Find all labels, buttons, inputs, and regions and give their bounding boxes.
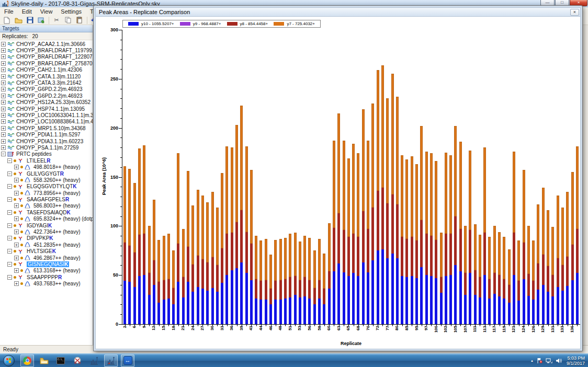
tree-row[interactable]: +451.2835++ (heavy) bbox=[0, 242, 93, 248]
replicate-bar[interactable] bbox=[221, 173, 223, 324]
taskbar-teamviewer-icon[interactable]: ↔ bbox=[121, 354, 134, 367]
replicate-bar[interactable] bbox=[279, 239, 282, 324]
replicate-bar[interactable] bbox=[303, 236, 306, 324]
tree-row[interactable]: +CHOYP_HSP74.1.1|m.13095 bbox=[0, 106, 93, 112]
expand-toggle[interactable]: − bbox=[7, 236, 12, 240]
replicate-bar[interactable] bbox=[163, 236, 165, 324]
tree-row[interactable]: +CHOYP_PDIA3.1.1|m.60223 bbox=[0, 138, 93, 144]
expand-toggle[interactable]: − bbox=[7, 210, 12, 215]
tree-row[interactable]: +695.8324++ (heavy) (dotp 0.71) bbox=[0, 216, 93, 222]
replicate-bar[interactable] bbox=[391, 74, 394, 324]
replicate-bar[interactable] bbox=[435, 161, 437, 324]
action-center-flag-icon[interactable] bbox=[537, 358, 542, 364]
tree-row[interactable]: +498.8018++ (heavy) bbox=[0, 164, 93, 170]
replicate-bar[interactable] bbox=[343, 141, 345, 324]
replicate-bar[interactable] bbox=[449, 155, 452, 324]
replicate-bar[interactable] bbox=[167, 234, 170, 324]
expand-toggle[interactable]: + bbox=[14, 243, 19, 247]
expand-toggle[interactable]: + bbox=[1, 94, 6, 98]
paste-button[interactable] bbox=[74, 16, 85, 25]
expand-toggle[interactable]: + bbox=[1, 100, 6, 105]
expand-toggle[interactable]: + bbox=[1, 145, 6, 150]
tree-row[interactable]: +CHOYP_PDIA1.1.1|m.5297 bbox=[0, 131, 93, 137]
replicate-bar[interactable] bbox=[420, 126, 423, 324]
tree-row[interactable]: +496.2867++ (heavy) bbox=[0, 255, 93, 261]
expand-toggle[interactable]: − bbox=[7, 158, 12, 163]
taskbar-skyline-icon[interactable] bbox=[87, 354, 101, 367]
replicate-bar[interactable] bbox=[269, 255, 272, 324]
cut-button[interactable]: ✂ bbox=[51, 16, 62, 25]
open-button[interactable] bbox=[13, 16, 24, 25]
expand-toggle[interactable]: + bbox=[14, 216, 19, 221]
tree-row[interactable]: −LTILEELR bbox=[0, 157, 93, 164]
tree-row[interactable]: +CHOYP_BRAFLDRAFT_119799.1.1|m.23765 bbox=[0, 47, 93, 53]
replicate-bar[interactable] bbox=[240, 106, 243, 325]
replicate-bar[interactable] bbox=[337, 113, 340, 324]
tree-row[interactable]: +CHOYP_LOC100633041.1.1|m.35428 bbox=[0, 112, 93, 118]
replicate-bar[interactable] bbox=[328, 223, 331, 324]
replicate-bar[interactable] bbox=[274, 240, 277, 324]
replicate-bar[interactable] bbox=[235, 125, 238, 324]
menu-view[interactable]: View bbox=[36, 8, 57, 15]
replicate-bar[interactable] bbox=[289, 234, 291, 324]
replicate-bar[interactable] bbox=[371, 104, 374, 324]
tree-row[interactable]: −GISNEGQNASIK bbox=[0, 261, 93, 267]
replicate-bar[interactable] bbox=[464, 226, 467, 324]
replicate-bar[interactable] bbox=[299, 242, 301, 324]
tree-row[interactable]: +558.3260++ (heavy) bbox=[0, 177, 93, 183]
tree-row[interactable]: +CHOYP_G6PD.2.2|m.46923 bbox=[0, 86, 93, 93]
menu-settings[interactable]: Settings bbox=[56, 8, 86, 15]
replicate-bar[interactable] bbox=[255, 236, 257, 324]
expand-toggle[interactable]: + bbox=[14, 191, 19, 196]
tree-row[interactable]: −GLILVGGYGTR bbox=[0, 170, 93, 177]
replicate-bar[interactable] bbox=[367, 141, 369, 324]
replicate-bar[interactable] bbox=[133, 183, 136, 324]
tree-row[interactable]: +CHOYP_BRAFLDRAFT_122807.1.1|m.3729 bbox=[0, 54, 93, 60]
replicate-bar[interactable] bbox=[401, 155, 403, 324]
tree-row[interactable]: +CHOYP_CAH2.1.1|m.42306 bbox=[0, 67, 93, 73]
replicate-bar[interactable] bbox=[557, 196, 559, 324]
replicate-bar[interactable] bbox=[571, 172, 574, 324]
replicate-bar[interactable] bbox=[123, 166, 126, 324]
expand-toggle[interactable]: + bbox=[1, 61, 6, 66]
new-document-button[interactable] bbox=[2, 16, 12, 25]
replicate-bar[interactable] bbox=[318, 239, 321, 324]
replicate-bar[interactable] bbox=[381, 65, 384, 324]
replicate-bar[interactable] bbox=[454, 126, 457, 324]
expand-toggle[interactable]: + bbox=[1, 48, 6, 53]
replicate-bar[interactable] bbox=[430, 153, 433, 324]
replicate-bar[interactable] bbox=[483, 147, 486, 324]
replicate-bar[interactable] bbox=[362, 109, 365, 324]
expand-toggle[interactable]: + bbox=[1, 139, 6, 144]
tree-row[interactable]: −IGDYAGIK bbox=[0, 222, 93, 228]
replicate-bar[interactable] bbox=[459, 142, 462, 324]
tree-row[interactable]: +CHOYP_LOC100883864.1.1|m.41791 bbox=[0, 119, 93, 125]
replicate-bar[interactable] bbox=[503, 237, 505, 324]
replicate-bar[interactable] bbox=[576, 146, 579, 324]
replicate-bar[interactable] bbox=[333, 141, 335, 324]
replicate-bar[interactable] bbox=[323, 254, 325, 324]
replicate-bar[interactable] bbox=[250, 170, 253, 324]
taskbar-cmd-icon[interactable]: C:\_ bbox=[54, 354, 67, 367]
expand-toggle[interactable]: + bbox=[1, 107, 6, 111]
replicate-bar[interactable] bbox=[488, 237, 491, 324]
replicate-bar[interactable] bbox=[153, 200, 155, 324]
replicate-bar[interactable] bbox=[191, 205, 194, 324]
taskbar-chrome-icon[interactable] bbox=[20, 354, 34, 367]
expand-toggle[interactable]: + bbox=[14, 281, 19, 286]
speaker-icon[interactable] bbox=[556, 358, 562, 364]
expand-toggle[interactable]: + bbox=[1, 74, 6, 79]
share-button[interactable] bbox=[36, 16, 47, 25]
replicate-bar[interactable] bbox=[425, 152, 428, 324]
tree-row[interactable]: +CHOYP_ACAA2.1.1|m.30666 bbox=[0, 41, 93, 47]
tree-row[interactable]: +CHOYP_CATA.3.3|m.21642 bbox=[0, 79, 93, 86]
replicate-bar[interactable] bbox=[313, 250, 316, 324]
tree-row[interactable]: +586.8003++ (heavy) bbox=[0, 203, 93, 209]
tree-row[interactable]: +773.8956++ (heavy) bbox=[0, 190, 93, 196]
replicate-bar[interactable] bbox=[377, 70, 379, 324]
expand-toggle[interactable]: − bbox=[7, 197, 12, 202]
replicate-bar[interactable] bbox=[474, 224, 477, 324]
expand-toggle[interactable]: − bbox=[7, 275, 12, 280]
expand-toggle[interactable]: + bbox=[1, 132, 6, 137]
replicate-bar[interactable] bbox=[561, 208, 564, 324]
